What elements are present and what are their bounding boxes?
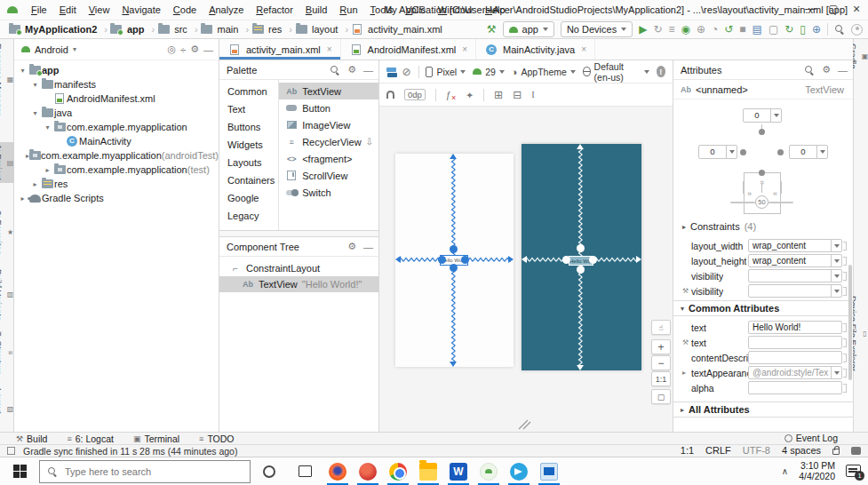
component-tree-row[interactable]: Ab TextView "Hello World!" [219, 276, 378, 292]
tab-gradle[interactable]: ▣ Gradle [854, 41, 868, 72]
breadcrumb[interactable]: res › [251, 24, 292, 35]
palette-category[interactable]: Legacy [219, 207, 278, 225]
anchor-top[interactable] [577, 244, 585, 252]
common-attributes-header[interactable]: ▾ Common Attributes [673, 300, 854, 316]
tree-row[interactable]: ▾ app [14, 63, 219, 77]
tab-structure[interactable]: ≡ 7: Structure [0, 329, 14, 378]
tab-favorites[interactable]: ★ 2: Favorites [0, 208, 14, 258]
breadcrumb[interactable]: MyApplication2 › [7, 24, 108, 35]
status-segment[interactable]: CRLF [705, 445, 731, 456]
run-icon[interactable]: ▶ [639, 21, 647, 37]
tree-row[interactable]: ▸ Gradle Scripts [14, 191, 219, 205]
api-version-menu[interactable]: 29 [473, 67, 505, 77]
run-config-select[interactable]: app [503, 21, 554, 37]
zoom-in-button[interactable]: + [651, 339, 671, 354]
constraint-anchor-top[interactable] [759, 129, 765, 135]
menubar-item[interactable]: Analyze [203, 0, 250, 20]
attach-debugger-icon[interactable]: ↺ [724, 21, 733, 37]
file-explorer-icon[interactable] [413, 457, 443, 485]
palette-category[interactable]: Layouts [219, 154, 278, 171]
clear-constraints-icon[interactable]: ƒ× [446, 90, 456, 100]
constraint-anchor-left[interactable] [740, 149, 746, 155]
close-tab-icon[interactable]: × [581, 44, 586, 54]
settings-gear-icon[interactable]: ⚙ [347, 64, 356, 76]
hide-panel-icon[interactable]: — [363, 242, 373, 252]
tab-android-manifest[interactable]: AndroidManifest.xml × [341, 39, 477, 60]
anchor-left[interactable] [438, 256, 446, 264]
anchor-left[interactable] [562, 256, 570, 264]
cortana-icon[interactable] [263, 465, 275, 478]
status-segment[interactable]: UTF-8 [743, 445, 770, 456]
palette-category[interactable]: Widgets [219, 136, 278, 154]
chrome-icon[interactable] [383, 457, 413, 485]
firefox-icon[interactable] [323, 457, 353, 485]
palette-item[interactable]: Ab TextView [279, 83, 378, 99]
tree-expand-arrow[interactable]: ▸ [30, 180, 40, 188]
word-icon[interactable]: W [443, 457, 474, 485]
minimize-button[interactable]: — [799, 0, 822, 20]
zoom-fit-button[interactable]: ▢ [651, 389, 671, 404]
theme-menu[interactable]: ◑ AppTheme [512, 67, 576, 77]
tree-row[interactable]: C MainActivity [14, 134, 219, 148]
toolwindow-logcat[interactable]: ≡ 6: Logcat [67, 433, 113, 444]
palette-item[interactable]: Switch [279, 184, 378, 201]
menubar-item[interactable]: File [25, 0, 53, 20]
attach-profiler-icon[interactable]: ⊕ [697, 21, 705, 37]
bias-slider[interactable] [730, 202, 755, 203]
search-icon[interactable] [330, 65, 340, 76]
photos-icon[interactable] [534, 457, 564, 485]
attribute-value-field[interactable] [748, 284, 842, 298]
profile-icon[interactable]: ◔ [712, 21, 718, 37]
hide-panel-icon[interactable]: — [838, 65, 848, 76]
tab-activity-main[interactable]: activity_main.xml × [219, 39, 341, 60]
resize-handle-icon[interactable] [517, 419, 531, 430]
tree-row[interactable]: ▸ com.example.myapplication (test) [14, 163, 219, 177]
menubar-item[interactable]: Refactor [250, 0, 299, 20]
notifications-icon[interactable]: 1 [846, 465, 861, 477]
task-view-icon[interactable] [299, 465, 312, 477]
locate-file-icon[interactable]: ◎ [167, 44, 176, 55]
close-tab-icon[interactable]: × [462, 44, 467, 54]
settings-gear-icon[interactable]: ⚙ [190, 44, 199, 55]
pack-icon[interactable]: ⊞ [494, 89, 503, 101]
constraint-anchor-right[interactable] [777, 149, 784, 155]
design-view-device[interactable]: Hello World! [395, 154, 514, 367]
zoom-actual-button[interactable]: 1:1 [651, 371, 671, 386]
align-icon[interactable]: ⊟ [513, 89, 522, 101]
assistant-icon[interactable] [851, 447, 861, 455]
android-studio-icon[interactable] [474, 457, 504, 485]
attribute-value-field[interactable] [748, 336, 842, 349]
tree-expand-arrow[interactable]: ▸ [43, 166, 52, 174]
palette-item[interactable]: ScrollView [279, 167, 378, 184]
anchor-bottom[interactable] [577, 266, 585, 274]
download-icon[interactable]: ⇩ [366, 137, 373, 147]
tree-row[interactable]: ▾ java [14, 106, 219, 120]
anchor-right[interactable] [461, 256, 469, 264]
tree-expand-arrow[interactable]: ▾ [30, 109, 40, 117]
device-menu[interactable]: Pixel [426, 67, 466, 77]
attribute-value-field[interactable] [748, 381, 842, 394]
collapse-all-icon[interactable]: ÷ [180, 44, 186, 55]
tree-expand-arrow[interactable]: ▾ [18, 67, 28, 75]
run-toolwindow-icon[interactable]: ▢ [768, 21, 778, 37]
maximize-button[interactable]: ▢ [822, 0, 845, 20]
palette-category[interactable]: Google [219, 189, 278, 207]
palette-item[interactable]: <> <fragment> [279, 150, 378, 167]
attribute-value-field[interactable]: wrap_content [748, 254, 842, 267]
component-tree-row[interactable]: ⌐ ConstraintLayout [219, 260, 378, 276]
autoconnect-magnet-icon[interactable] [386, 91, 394, 99]
orientation-icon[interactable]: ⊘ [402, 66, 411, 78]
toolwindow-todo[interactable]: ≡ TODO [199, 433, 234, 444]
attribute-value-field[interactable]: @android:style/Tex [748, 366, 842, 379]
menubar-item[interactable]: Build [299, 0, 333, 20]
app-icon[interactable] [353, 457, 383, 485]
debug-icon[interactable]: ◉ [681, 21, 689, 37]
tree-expand-arrow[interactable]: ▾ [43, 123, 52, 131]
palette-category[interactable]: Text [219, 100, 278, 118]
close-button[interactable]: × [845, 0, 868, 20]
bias-slider[interactable] [768, 202, 793, 203]
anchor-right[interactable] [589, 256, 597, 264]
design-surface-select-icon[interactable] [386, 67, 395, 77]
close-tab-icon[interactable]: × [327, 44, 332, 54]
issues-badge-icon[interactable]: ! [657, 66, 665, 77]
